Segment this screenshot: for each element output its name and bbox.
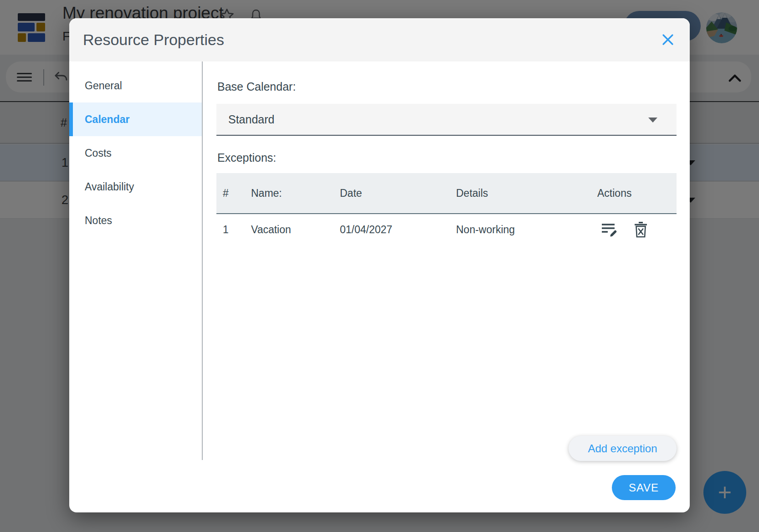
exception-date: 01/04/2027: [340, 224, 456, 236]
exceptions-table-header: # Name: Date Details Actions: [216, 173, 677, 214]
edit-exception-icon[interactable]: [601, 222, 617, 237]
exception-name: Vacation: [251, 224, 340, 236]
col-date: Date: [340, 187, 456, 200]
tab-costs[interactable]: Costs: [69, 136, 202, 170]
select-caret-icon: [648, 118, 657, 123]
dialog-sidebar: General Calendar Costs Availability Note…: [69, 61, 203, 460]
dialog-header: Resource Properties: [69, 18, 690, 61]
col-name: Name:: [251, 187, 340, 200]
close-button[interactable]: [658, 30, 678, 50]
tab-calendar[interactable]: Calendar: [69, 102, 202, 136]
tab-general[interactable]: General: [69, 69, 202, 102]
resource-properties-dialog: Resource Properties General Calendar Cos…: [69, 18, 690, 512]
add-exception-button[interactable]: Add exception: [569, 436, 677, 461]
base-calendar-label: Base Calendar:: [217, 80, 296, 93]
delete-exception-icon[interactable]: [634, 222, 648, 238]
col-details: Details: [456, 187, 597, 200]
base-calendar-value: Standard: [228, 113, 274, 126]
exception-actions: [597, 222, 677, 238]
tab-notes[interactable]: Notes: [69, 204, 202, 237]
base-calendar-select[interactable]: Standard: [216, 104, 677, 136]
col-num: #: [223, 187, 251, 200]
dialog-title: Resource Properties: [83, 18, 224, 61]
exception-num: 1: [223, 224, 251, 236]
exception-details: Non-working: [456, 224, 597, 236]
tab-availability[interactable]: Availability: [69, 170, 202, 204]
exceptions-table: # Name: Date Details Actions 1 Vacation …: [216, 173, 677, 245]
exceptions-label: Exceptions:: [217, 151, 276, 164]
exception-row: 1 Vacation 01/04/2027 Non-working: [216, 214, 677, 245]
save-button[interactable]: SAVE: [612, 475, 676, 500]
col-actions: Actions: [597, 187, 677, 200]
